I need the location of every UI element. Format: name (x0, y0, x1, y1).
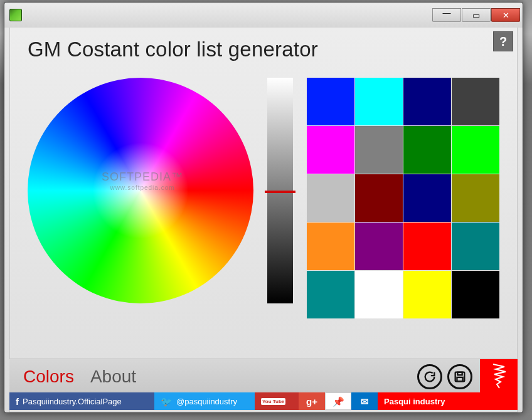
maximize-button[interactable]: ▭ (462, 8, 491, 22)
youtube-icon: You Tube (261, 398, 285, 405)
swatch-12[interactable] (307, 223, 354, 270)
help-icon: ? (499, 34, 507, 49)
swatch-0[interactable] (307, 78, 354, 125)
swatch-18[interactable] (403, 271, 451, 318)
twitter-icon: 🐦 (161, 397, 173, 406)
googleplus-icon: g+ (306, 397, 317, 406)
website-label: Pasqui industry (384, 397, 445, 406)
swatch-10[interactable] (403, 174, 451, 222)
tab-colors[interactable]: Colors (23, 367, 74, 387)
page-title: GM Costant color list generator (10, 28, 517, 61)
slider-indicator (265, 191, 295, 193)
swatch-5[interactable] (355, 126, 403, 174)
email-link[interactable]: ✉ (351, 392, 378, 410)
swatch-16[interactable] (307, 271, 354, 318)
tab-bar: Colors About (9, 359, 518, 394)
app-window: — ▭ ✕ ? GM Costant color list generator … (4, 2, 523, 413)
minimize-button[interactable]: — (432, 8, 461, 22)
swatch-2[interactable] (403, 78, 451, 125)
facebook-label: Pasquiindustry.OfficialPage (23, 397, 122, 406)
swatch-19[interactable] (452, 271, 499, 318)
swatch-9[interactable] (355, 174, 403, 222)
color-wheel[interactable] (28, 78, 253, 303)
swatch-8[interactable] (307, 174, 354, 222)
swatch-13[interactable] (355, 223, 403, 270)
swatch-3[interactable] (452, 78, 499, 125)
svg-rect-1 (457, 372, 462, 375)
svg-rect-2 (457, 377, 462, 381)
help-button[interactable]: ? (493, 31, 513, 51)
swatch-14[interactable] (403, 223, 451, 270)
brand-tile-button[interactable] (480, 359, 518, 394)
save-icon (453, 370, 467, 384)
titlebar[interactable]: — ▭ ✕ (4, 3, 523, 28)
twitter-link[interactable]: 🐦 @pasquiindustry (154, 392, 255, 410)
pinterest-link[interactable]: 📌 (325, 392, 351, 410)
content-area: ? GM Costant color list generator SOFTPE… (9, 28, 518, 412)
refresh-icon (423, 370, 437, 384)
mail-icon: ✉ (361, 397, 369, 406)
app-icon (9, 9, 22, 21)
swatch-grid (307, 78, 499, 318)
swatch-11[interactable] (452, 174, 499, 222)
swatch-1[interactable] (355, 78, 403, 125)
youtube-link[interactable]: You Tube (255, 392, 299, 410)
pinterest-icon: 📌 (332, 397, 344, 406)
tab-about[interactable]: About (90, 367, 136, 387)
website-link[interactable]: Pasqui industry (378, 392, 518, 410)
swatch-7[interactable] (452, 126, 499, 174)
googleplus-link[interactable]: g+ (299, 392, 325, 410)
twitter-label: @pasquiindustry (176, 397, 237, 406)
close-button[interactable]: ✕ (491, 8, 520, 22)
facebook-link[interactable]: f Pasquiindustry.OfficialPage (9, 392, 154, 410)
swatch-17[interactable] (355, 271, 403, 318)
brand-logo-icon (487, 363, 511, 391)
swatch-6[interactable] (403, 126, 451, 174)
refresh-button[interactable] (417, 364, 442, 389)
swatch-4[interactable] (307, 126, 354, 174)
facebook-icon: f (16, 397, 19, 406)
save-button[interactable] (447, 364, 472, 389)
social-bar: f Pasquiindustry.OfficialPage 🐦 @pasquii… (9, 392, 518, 410)
brightness-slider[interactable] (267, 78, 293, 303)
swatch-15[interactable] (452, 223, 499, 270)
